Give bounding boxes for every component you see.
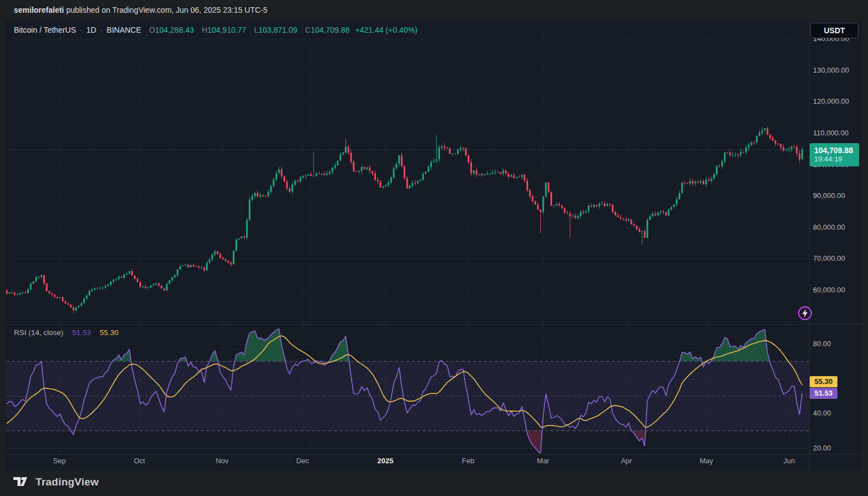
rsi-ma-value: 55.30 (100, 328, 119, 337)
symbol-legend[interactable]: Bitcoin / TetherUS · 1D · BINANCE O104,2… (14, 26, 418, 34)
publish-bar: semilorefaleti published on TradingView.… (14, 6, 268, 14)
price-scale-drag-area[interactable] (809, 42, 861, 452)
main-chart-pane[interactable] (6, 21, 809, 324)
ohlc-value: 104,910.77 (207, 26, 246, 34)
ohlc-field: O104,288.43 (149, 26, 194, 34)
ohlc-letter: C (305, 26, 310, 34)
tradingview-logo[interactable]: TradingView (13, 476, 99, 488)
tradingview-brand-text: TradingView (36, 476, 99, 488)
rsi-current-value: 51.53 (72, 328, 91, 337)
symbol-title[interactable]: Bitcoin / TetherUS (14, 26, 76, 34)
ohlc-value: 103,871.09 (258, 26, 297, 34)
publish-info: published on TradingView.com, Jun 06, 20… (64, 6, 267, 14)
ohlc-field: C104,709.88 (305, 26, 349, 34)
rsi-legend[interactable]: RSI (14, close) 51.53 55.30 (14, 328, 118, 337)
separator-dot: · (80, 26, 83, 34)
rsi-pane[interactable] (6, 325, 809, 453)
rsi-title: RSI (14, close) (14, 328, 63, 337)
separator-dot: · (100, 26, 103, 34)
change-value: +421.44 (+0.40%) (355, 26, 418, 34)
ohlc-values: O104,288.43H104,910.77L103,871.09C104,70… (141, 26, 349, 34)
exchange-label: BINANCE (107, 26, 141, 34)
ohlc-letter: O (149, 26, 155, 34)
currency-toggle-button[interactable]: USDT (810, 23, 859, 38)
tradingview-logo-icon (13, 477, 31, 487)
ohlc-letter: H (202, 26, 207, 34)
publisher-name: semilorefaleti (14, 6, 64, 14)
ohlc-field: H104,910.77 (202, 26, 246, 34)
ohlc-field: L103,871.09 (254, 26, 297, 34)
ohlc-value: 104,709.88 (310, 26, 349, 34)
interval-label: 1D (86, 26, 96, 34)
time-scale-drag-area[interactable] (6, 454, 861, 470)
ohlc-value: 104,288.43 (155, 26, 194, 34)
